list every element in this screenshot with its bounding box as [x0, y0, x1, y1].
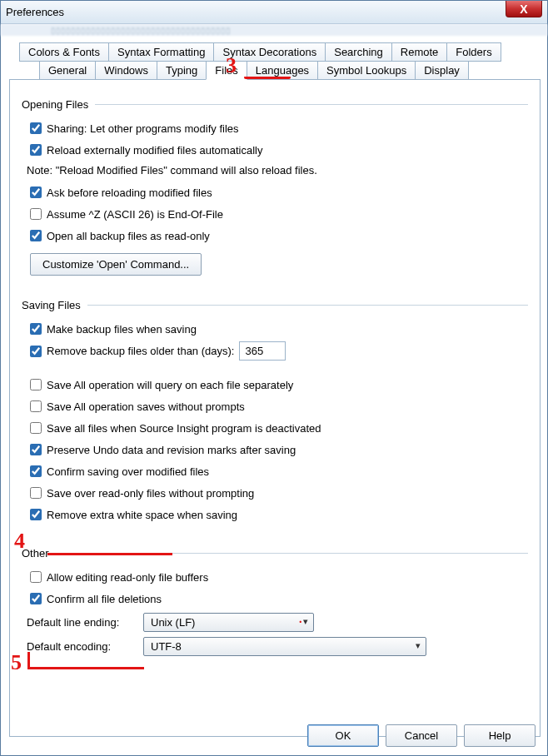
row-save-on-deact: Save all files when Source Insight progr… [27, 419, 528, 437]
checkbox-make-backup[interactable] [30, 323, 42, 335]
row-make-backup: Make backup files when saving [27, 320, 528, 338]
row-remove-old: Remove backup files older than (days): [27, 341, 528, 361]
row-ask-reload: Ask before reloading modified files [27, 183, 528, 201]
checkbox-sharing[interactable] [30, 122, 42, 134]
tab-syntax-formatting[interactable]: Syntax Formatting [108, 42, 215, 62]
label-assume-eof: Assume ^Z (ASCII 26) is End-Of-File [47, 208, 223, 221]
tab-row-2: General Windows Typing Files Languages S… [39, 61, 541, 80]
checkbox-preserve-undo[interactable] [30, 444, 42, 455]
label-remove-ws: Remove extra white space when saving [47, 509, 237, 521]
tab-folders[interactable]: Folders [446, 42, 501, 62]
close-icon: X [520, 2, 527, 16]
tab-syntax-decorations[interactable]: Syntax Decorations [213, 42, 326, 62]
checkbox-confirm-over[interactable] [30, 465, 42, 477]
tab-symbol-lookups[interactable]: Symbol Lookups [317, 61, 416, 80]
checkbox-saveall-noprompt[interactable] [30, 400, 42, 412]
label-confirm-over: Confirm saving over modified files [47, 465, 209, 478]
tab-remote[interactable]: Remote [391, 42, 448, 62]
label-make-backup: Make backup files when saving [47, 323, 197, 336]
section-title: Other [22, 547, 49, 560]
ok-button[interactable]: OK [307, 724, 379, 747]
row-confirm-over: Confirm saving over modified files [27, 462, 528, 480]
dialog-button-bar: OK Cancel Help [307, 724, 536, 747]
row-customize-open: Customize 'Open' Command... [30, 253, 528, 276]
checkbox-save-over-ro[interactable] [30, 487, 42, 499]
row-line-ending: Default line ending: Unix (LF) [27, 613, 528, 632]
select-line-ending[interactable]: Unix (LF) [143, 613, 314, 632]
tab-files[interactable]: Files [206, 61, 247, 80]
section-title: Opening Files [22, 98, 88, 111]
checkbox-reload-auto[interactable] [30, 144, 42, 156]
label-save-on-deact: Save all files when Source Insight progr… [47, 422, 321, 435]
checkbox-saveall-query[interactable] [30, 379, 42, 390]
row-sharing: Sharing: Let other programs modify files [27, 119, 528, 137]
close-button[interactable]: X [506, 1, 542, 17]
checkbox-save-on-deact[interactable] [30, 422, 42, 434]
label-open-backup-ro: Open all backup files as read-only [47, 230, 210, 242]
label-save-over-ro: Save over read-only files without prompt… [47, 487, 254, 500]
divider [56, 553, 528, 554]
label-allow-edit-ro: Allow editing read-only file buffers [47, 571, 208, 584]
files-panel: Opening Files Sharing: Let other program… [9, 79, 541, 737]
label-remove-old: Remove backup files older than (days): [47, 345, 234, 357]
label-reload-auto: Reload externally modified files automat… [47, 144, 262, 157]
row-save-over-ro: Save over read-only files without prompt… [27, 484, 528, 502]
window-title: Preferences [6, 6, 64, 18]
row-assume-eof: Assume ^Z (ASCII 26) is End-Of-File [27, 205, 528, 223]
checkbox-confirm-del[interactable] [30, 593, 42, 604]
checkbox-ask-reload[interactable] [30, 187, 42, 198]
titlebar: Preferences X [1, 1, 547, 24]
tab-row-1: Colors & Fonts Syntax Formatting Syntax … [19, 42, 541, 62]
checkbox-assume-eof[interactable] [30, 208, 42, 220]
preferences-window: Preferences X ▯▯▯▯▯▯▯▯▯▯▯▯▯▯▯▯▯▯▯▯▯▯▯▯▯▯… [0, 0, 548, 756]
row-allow-edit-ro: Allow editing read-only file buffers [27, 568, 528, 586]
label-line-ending: Default line ending: [27, 616, 143, 629]
checkbox-remove-ws[interactable] [30, 509, 42, 520]
checkbox-allow-edit-ro[interactable] [30, 571, 42, 583]
row-saveall-query: Save All operation will query on each fi… [27, 376, 528, 394]
section-title: Saving Files [22, 299, 81, 311]
note-reload: Note: "Reload Modified Files" command wi… [27, 164, 528, 177]
section-other: Other [22, 547, 528, 560]
tab-windows[interactable]: Windows [95, 61, 157, 80]
section-opening-files: Opening Files [22, 98, 528, 111]
checkbox-remove-old[interactable] [30, 346, 42, 357]
label-saveall-noprompt: Save All operation saves without prompts [47, 400, 245, 413]
background-tabstrip: ▯▯▯▯▯▯▯▯▯▯▯▯▯▯▯▯▯▯▯▯▯▯▯▯▯▯▯▯▯▯▯▯▯▯▯▯ [1, 24, 547, 36]
input-backup-days[interactable] [239, 341, 286, 361]
tab-searching[interactable]: Searching [325, 42, 392, 62]
tab-colors-fonts[interactable]: Colors & Fonts [19, 42, 109, 62]
row-encoding: Default encoding: UTF-8 [27, 637, 528, 656]
tab-general[interactable]: General [39, 61, 96, 80]
divider [87, 305, 528, 306]
tab-display[interactable]: Display [415, 61, 469, 80]
row-preserve-undo: Preserve Undo data and revision marks af… [27, 440, 528, 459]
help-button[interactable]: Help [464, 724, 536, 747]
row-saveall-noprompt: Save All operation saves without prompts [27, 397, 528, 415]
customize-open-button[interactable]: Customize 'Open' Command... [30, 253, 202, 276]
tab-typing[interactable]: Typing [157, 61, 207, 80]
label-sharing: Sharing: Let other programs modify files [47, 122, 239, 135]
label-confirm-del: Confirm all file deletions [47, 593, 162, 605]
row-remove-ws: Remove extra white space when saving [27, 505, 528, 524]
label-ask-reload: Ask before reloading modified files [47, 187, 212, 199]
row-open-backup-ro: Open all backup files as read-only [27, 226, 528, 245]
row-confirm-del: Confirm all file deletions [27, 589, 528, 608]
checkbox-open-backup-ro[interactable] [30, 230, 42, 241]
dialog-body: Colors & Fonts Syntax Formatting Syntax … [1, 36, 547, 744]
select-encoding[interactable]: UTF-8 [143, 637, 426, 656]
cancel-button[interactable]: Cancel [386, 724, 457, 747]
label-saveall-query: Save All operation will query on each fi… [47, 379, 293, 391]
label-encoding: Default encoding: [27, 640, 143, 653]
tab-languages[interactable]: Languages [247, 61, 318, 80]
row-reload-auto: Reload externally modified files automat… [27, 141, 528, 159]
label-preserve-undo: Preserve Undo data and revision marks af… [47, 444, 296, 456]
section-saving-files: Saving Files [22, 299, 528, 311]
divider [95, 104, 528, 105]
